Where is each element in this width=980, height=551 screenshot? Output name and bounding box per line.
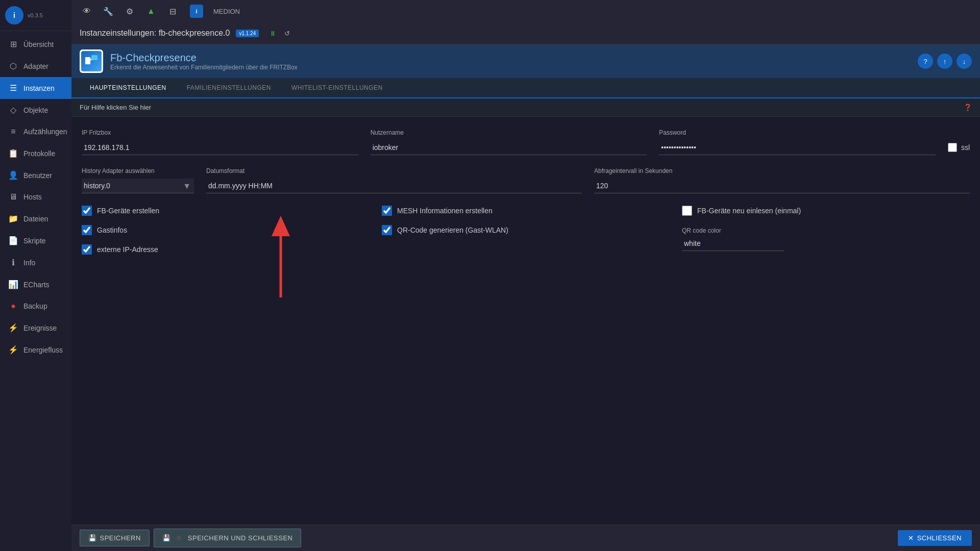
sidebar-item-aufzahlungen[interactable]: ≡ Aufzählungen (0, 121, 71, 142)
externe-ip-checkbox[interactable] (82, 244, 92, 255)
history-group: History Adapter auswählen history.0 infl… (82, 167, 194, 193)
sidebar-item-backup[interactable]: ● Backup (0, 295, 71, 317)
adapter-help-button[interactable]: ? (918, 54, 933, 69)
sidebar-item-benutzer[interactable]: 👤 Benutzer (0, 164, 71, 186)
eye-icon[interactable]: 👁 (80, 4, 94, 18)
sidebar-item-label: Dateien (23, 215, 48, 223)
qr-color-group: QR code color (682, 227, 970, 251)
adapter-description: Erkennt die Anwesenheit von Familienmitg… (110, 64, 298, 71)
sidebar-item-label: Übersicht (23, 40, 54, 48)
sidebar-item-echarts[interactable]: 📊 ECharts (0, 273, 71, 295)
app-version: v0.3.5 (28, 12, 43, 18)
checkbox-fb-neu: FB-Geräte neu einlesen (einmal) (682, 206, 970, 216)
list-icon: ☰ (8, 83, 18, 93)
sidebar-item-label: Info (23, 259, 35, 267)
tabs-bar: HAUPTEINSTELLUNGEN FAMILIENEINSTELLUNGEN… (71, 78, 980, 98)
energy-icon: ⚡ (8, 345, 18, 355)
datumsformat-label: Datumsformat (206, 167, 582, 174)
grid-icon: ⊞ (8, 39, 18, 49)
sidebar-item-label: ECharts (23, 281, 50, 289)
nutzername-group: Nutzername (371, 129, 647, 155)
topnav-icons: 👁 🔧 ⚙ ▲ ⊟ (80, 4, 180, 18)
folder-icon: 📁 (8, 214, 18, 223)
mesh-info-checkbox[interactable] (382, 206, 392, 216)
adapter-info-bar: Fb-Checkpresence Erkennt die Anwesenheit… (71, 44, 980, 78)
qr-code-checkbox[interactable] (382, 225, 392, 235)
history-label: History Adapter auswählen (82, 167, 194, 174)
fb-geraete-checkbox[interactable] (82, 206, 92, 216)
sidebar-item-dateien[interactable]: 📁 Dateien (0, 208, 71, 230)
topnav-hostname: MEDION (213, 8, 240, 15)
divider: ✕ (174, 533, 185, 543)
sidebar-item-ereignisse[interactable]: ⚡ Ereignisse (0, 317, 71, 339)
ssl-group: ssl (948, 143, 970, 155)
sidebar-item-skripte[interactable]: 📄 Skripte (0, 230, 71, 252)
adapter-download-button[interactable]: ↓ (957, 54, 972, 69)
checkbox-col-3: FB-Geräte neu einlesen (einmal) QR code … (682, 206, 970, 255)
tab-haupteinstellungen[interactable]: HAUPTEINSTELLUNGEN (80, 78, 177, 98)
ssl-checkbox[interactable] (948, 143, 957, 152)
sidebar-item-label: Energiefluss (23, 346, 63, 354)
settings-icon[interactable]: ⚙ (122, 4, 137, 18)
nutzername-input[interactable] (371, 140, 647, 155)
sidebar-item-ubersicht[interactable]: ⊞ Übersicht (0, 33, 71, 55)
wrench-icon[interactable]: 🔧 (101, 4, 115, 18)
ip-fritzbox-group: IP Fritzbox (82, 129, 358, 155)
form-content: IP Fritzbox Nutzername Password ssl Hist… (71, 117, 980, 524)
ip-fritzbox-label: IP Fritzbox (82, 129, 358, 136)
backup-icon: ● (8, 302, 18, 311)
diamond-icon: ◇ (8, 105, 18, 115)
tab-whitelist[interactable]: WHITELIST-EINSTELLUNGEN (281, 78, 393, 97)
sidebar-item-protokolle[interactable]: 📋 Protokolle (0, 142, 71, 164)
help-text[interactable]: Für Hilfe klicken Sie hier (80, 104, 151, 111)
sidebar-item-objekte[interactable]: ◇ Objekte (0, 99, 71, 121)
pause-button[interactable]: ⏸ (267, 28, 278, 39)
abfrageintervall-input[interactable] (594, 179, 970, 193)
block-icon[interactable]: ⊟ (165, 4, 180, 18)
ssl-label: ssl (961, 143, 970, 152)
instance-controls: ⏸ ↺ (267, 28, 292, 39)
sidebar-item-label: Hosts (23, 193, 42, 201)
gastinfos-label: Gastinfos (97, 226, 127, 234)
tab-familieneinstellungen[interactable]: FAMILIENEINSTELLUNGEN (177, 78, 281, 97)
history-select-wrapper: history.0 influxdb.0 sql.0 ▼ (82, 179, 194, 193)
app-logo: i (5, 6, 23, 24)
sidebar-item-info[interactable]: ℹ Info (0, 252, 71, 273)
sidebar-item-instanzen[interactable]: ☰ Instanzen (0, 77, 71, 99)
main-content: 👁 🔧 ⚙ ▲ ⊟ i MEDION Instanzeinstellungen:… (71, 0, 980, 551)
sidebar-item-energiefluss[interactable]: ⚡ Energiefluss (0, 339, 71, 361)
abfrageintervall-group: Abfrageintervall in Sekunden (594, 167, 970, 193)
datumsformat-input[interactable] (206, 179, 582, 193)
close-label: SCHLIESSEN (917, 534, 962, 542)
checkbox-mesh-info: MESH Informationen erstellen (382, 206, 670, 216)
sidebar-item-adapter[interactable]: ⬡ Adapter (0, 55, 71, 77)
form-row-2: History Adapter auswählen history.0 infl… (82, 167, 970, 193)
adapter-upload-button[interactable]: ↑ (937, 54, 952, 69)
checkboxes-grid: FB-Geräte erstellen Gastinfos externe IP… (82, 206, 970, 255)
sidebar-item-label: Protokolle (23, 149, 55, 158)
sidebar-item-hosts[interactable]: 🖥 Hosts (0, 186, 71, 208)
status-green-icon[interactable]: ▲ (144, 4, 158, 18)
history-select[interactable]: history.0 influxdb.0 sql.0 (82, 179, 194, 193)
fb-geraete-label: FB-Geräte erstellen (97, 207, 159, 215)
sidebar-item-label: Skripte (23, 237, 46, 245)
sidebar-item-label: Adapter (23, 62, 48, 70)
fb-neu-checkbox[interactable] (682, 206, 692, 216)
ip-fritzbox-input[interactable] (82, 140, 358, 155)
plug-icon: ⬡ (8, 61, 18, 71)
save-button[interactable]: 💾 SPEICHERN (80, 530, 150, 546)
log-icon: 📋 (8, 148, 18, 158)
gastinfos-checkbox[interactable] (82, 225, 92, 235)
close-button[interactable]: ✕ SCHLIESSEN (898, 530, 972, 546)
checkbox-col-2: MESH Informationen erstellen QR-Code gen… (382, 206, 670, 255)
password-input[interactable] (659, 140, 936, 155)
monitor-icon: 🖥 (8, 192, 18, 202)
qr-color-input[interactable] (682, 236, 784, 251)
save-close-button[interactable]: 💾 ✕ SPEICHERN UND SCHLIESSEN (154, 529, 302, 547)
fb-neu-label: FB-Geräte neu einlesen (einmal) (697, 207, 801, 215)
save-close-icon: 💾 (162, 534, 171, 542)
help-icon[interactable]: ❓ (964, 104, 972, 111)
instance-header: Instanzeinstellungen: fb-checkpresence.0… (71, 22, 980, 44)
datumsformat-group: Datumsformat (206, 167, 582, 193)
refresh-button[interactable]: ↺ (281, 28, 292, 39)
